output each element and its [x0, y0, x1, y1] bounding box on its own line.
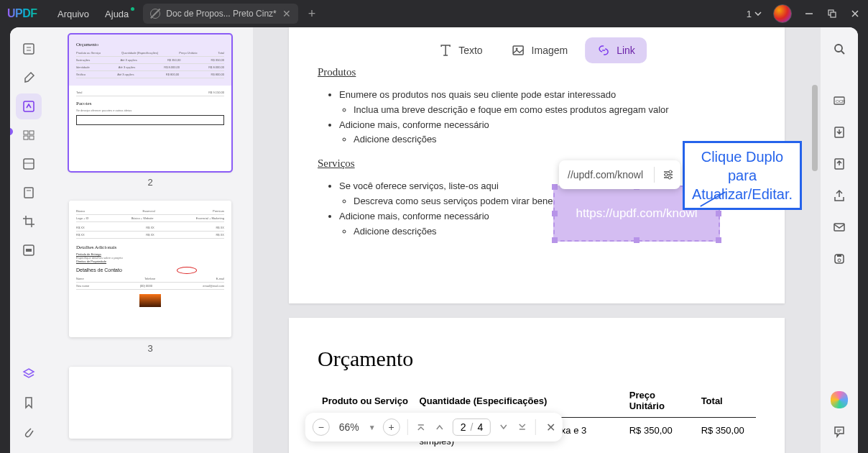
svg-text:OCR: OCR — [836, 99, 846, 104]
link-settings-button[interactable] — [660, 167, 676, 183]
edit-text-button[interactable]: Texto — [427, 37, 494, 63]
menu-help[interactable]: Ajuda — [105, 9, 129, 19]
close-bar-button[interactable]: ✕ — [546, 421, 555, 434]
save-tool[interactable] — [826, 246, 852, 272]
budget-title: Orçamento — [318, 347, 756, 371]
thumb-page-number: 2 — [69, 177, 231, 188]
separator — [407, 419, 408, 435]
svg-point-23 — [665, 173, 668, 176]
left-toolbar — [10, 27, 47, 453]
share-tool[interactable] — [826, 183, 852, 209]
last-page-button[interactable] — [517, 421, 528, 433]
comment-tool[interactable] — [826, 418, 852, 444]
svg-point-22 — [669, 170, 672, 173]
thumb-page-number: 3 — [69, 343, 231, 354]
maximize-button[interactable] — [826, 8, 838, 19]
right-toolbar: OCR — [821, 27, 858, 453]
edit-toolbar: Texto Imagem Link — [427, 37, 647, 63]
annotate-tool[interactable] — [16, 65, 42, 91]
workspace-selector[interactable]: 1 — [747, 9, 762, 19]
table-header: Total — [697, 384, 756, 418]
redact-tool[interactable] — [16, 237, 42, 263]
resize-handle[interactable] — [634, 237, 640, 243]
workspace-number: 1 — [747, 9, 752, 19]
edit-image-button[interactable]: Imagem — [500, 37, 580, 63]
first-page-button[interactable] — [415, 421, 427, 433]
crop-tool[interactable] — [16, 209, 42, 234]
main-menu: Arquivo Ajuda — [57, 9, 129, 19]
svg-rect-9 — [24, 136, 28, 139]
link-url-text: https://updf.com/knowl — [576, 206, 697, 221]
menu-help-label: Ajuda — [105, 9, 129, 19]
resize-handle[interactable] — [716, 211, 721, 216]
tab-title: Doc de Propos... Preto Cinz* — [166, 9, 276, 19]
main-workspace: Orçamento Produto ou ServiçoQuantidade (… — [10, 27, 858, 453]
export-tool[interactable] — [826, 151, 852, 177]
ai-tool[interactable] — [826, 387, 852, 413]
resize-handle[interactable] — [552, 237, 558, 243]
bullet-item: Enumere os produtos nos quais seu client… — [339, 88, 756, 118]
svg-point-24 — [668, 176, 671, 179]
thumbnail-2[interactable]: Orçamento Produto ou ServiçoQuantidade (… — [69, 35, 231, 188]
zoom-in-button[interactable]: + — [383, 418, 400, 436]
edit-link-button[interactable]: Link — [585, 37, 647, 63]
new-tab-button[interactable]: + — [308, 6, 316, 22]
svg-rect-31 — [834, 224, 844, 231]
page-separator: / — [471, 421, 474, 433]
resize-handle[interactable] — [552, 184, 558, 190]
document-tab[interactable]: Doc de Propos... Preto Cinz* ✕ — [143, 4, 297, 24]
zoom-navigation-bar: − 66% ▼ + 2 / 4 ✕ — [305, 413, 563, 441]
svg-rect-8 — [29, 131, 34, 134]
vertical-scrollbar[interactable] — [812, 85, 818, 171]
form-tool[interactable] — [16, 151, 42, 177]
edit-text-label: Texto — [458, 45, 482, 56]
email-tool[interactable] — [826, 214, 852, 240]
next-page-button[interactable] — [498, 421, 509, 433]
svg-rect-13 — [24, 188, 33, 198]
zoom-out-button[interactable]: − — [313, 418, 330, 436]
callout-line1: Clique Duplo para — [689, 147, 795, 185]
minimize-button[interactable] — [803, 8, 815, 19]
svg-rect-34 — [837, 255, 841, 257]
text-icon — [438, 43, 453, 58]
svg-rect-6 — [24, 101, 34, 111]
thumb-heading: Detalhes Adicionais — [76, 244, 224, 250]
ocr-export-tool[interactable]: OCR — [826, 88, 852, 114]
document-viewer[interactable]: Texto Imagem Link Produtos Enumere os pr… — [253, 27, 821, 453]
bookmark-tool[interactable] — [16, 390, 42, 416]
user-avatar[interactable] — [773, 4, 792, 23]
thumbnail-3[interactable]: BásicoEssencialPremium Logo + IDBásico +… — [69, 201, 231, 354]
zoom-dropdown[interactable]: ▼ — [369, 424, 376, 431]
svg-rect-11 — [24, 159, 34, 169]
close-button[interactable] — [849, 8, 861, 19]
svg-rect-3 — [24, 44, 34, 54]
zoom-value: 66% — [337, 421, 361, 433]
reader-tool[interactable] — [16, 36, 42, 62]
resize-handle[interactable] — [552, 211, 558, 216]
ocr-tool[interactable] — [16, 180, 42, 206]
tab-close-button[interactable]: ✕ — [282, 8, 291, 19]
menu-file[interactable]: Arquivo — [57, 9, 89, 19]
current-page: 2 — [461, 421, 466, 433]
separator — [535, 419, 536, 435]
svg-point-25 — [835, 45, 842, 52]
edit-link-label: Link — [617, 45, 635, 56]
resize-handle[interactable] — [716, 237, 721, 243]
link-url-popup — [559, 160, 680, 189]
thumbnail-4[interactable] — [69, 367, 231, 439]
link-url-input[interactable] — [568, 169, 648, 180]
convert-tool[interactable] — [826, 119, 852, 145]
svg-rect-2 — [831, 12, 836, 17]
link-icon — [596, 43, 611, 58]
section-heading: Produtos — [318, 63, 756, 81]
document-icon — [150, 9, 160, 19]
image-icon — [512, 43, 526, 58]
attachment-tool[interactable] — [16, 418, 42, 444]
page-indicator[interactable]: 2 / 4 — [453, 418, 491, 436]
pages-tool[interactable] — [16, 122, 42, 148]
layers-tool[interactable] — [16, 361, 42, 387]
search-tool[interactable] — [826, 36, 852, 62]
edit-tool[interactable] — [16, 93, 42, 119]
svg-line-26 — [841, 51, 844, 54]
prev-page-button[interactable] — [434, 421, 445, 433]
